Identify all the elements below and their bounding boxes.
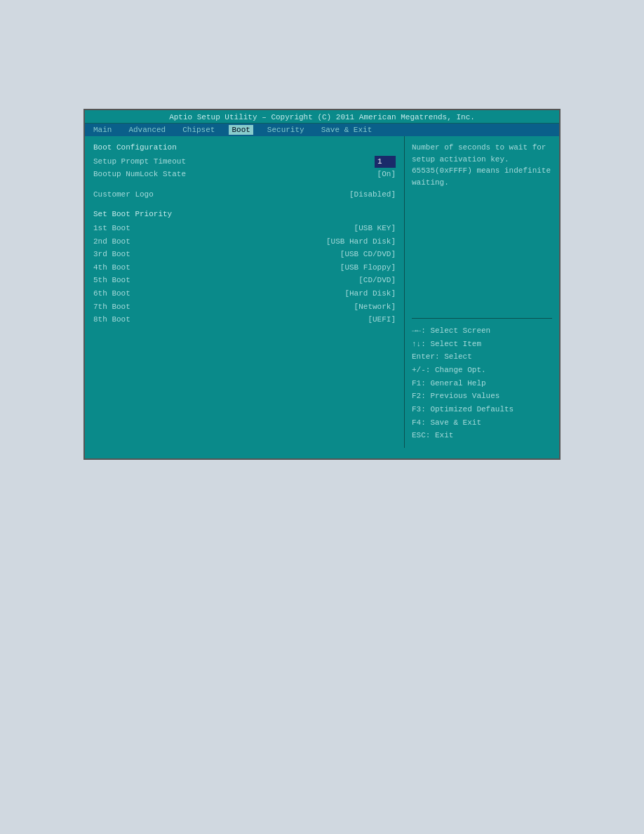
- boot-6th-label: 6th Boot: [93, 288, 130, 300]
- setup-prompt-timeout-value[interactable]: 1: [375, 156, 396, 168]
- menu-advanced[interactable]: Advanced: [126, 125, 168, 135]
- customer-logo-value[interactable]: [Disabled]: [349, 189, 396, 201]
- setup-prompt-timeout-row: Setup Prompt Timeout 1: [93, 156, 396, 168]
- bootup-numlock-value[interactable]: [On]: [377, 168, 396, 181]
- key-hint-1: ↑↓: Select Item: [412, 338, 552, 351]
- boot-8th-value[interactable]: [UEFI]: [368, 314, 396, 326]
- key-hint-0: →←: Select Screen: [412, 324, 552, 338]
- boot-1st-row: 1st Boot [USB KEY]: [93, 223, 396, 235]
- bootup-numlock-label: Bootup NumLock State: [93, 168, 186, 181]
- bootup-numlock-row: Bootup NumLock State [On]: [93, 168, 396, 181]
- menu-save-exit[interactable]: Save & Exit: [318, 125, 375, 135]
- boot-5th-value[interactable]: [CD/DVD]: [358, 274, 396, 287]
- set-boot-priority-header: Set Boot Priority: [93, 208, 396, 221]
- title-bar: Aptio Setup Utility – Copyright (C) 2011…: [85, 110, 559, 124]
- menu-main[interactable]: Main: [90, 125, 114, 135]
- boot-7th-label: 7th Boot: [93, 301, 130, 314]
- key-hint-8: ESC: Exit: [412, 429, 552, 442]
- boot-3rd-label: 3rd Boot: [93, 249, 130, 261]
- left-panel: Boot Configuration Setup Prompt Timeout …: [85, 136, 405, 448]
- key-hint-4: F1: General Help: [412, 377, 552, 390]
- boot-3rd-row: 3rd Boot [USB CD/DVD]: [93, 249, 396, 261]
- boot-4th-value[interactable]: [USB Floppy]: [340, 262, 396, 274]
- setup-prompt-timeout-label: Setup Prompt Timeout: [93, 156, 186, 168]
- boot-8th-label: 8th Boot: [93, 314, 130, 326]
- boot-4th-label: 4th Boot: [93, 262, 130, 274]
- boot-8th-row: 8th Boot [UEFI]: [93, 314, 396, 326]
- key-help-section: →←: Select Screen ↑↓: Select Item Enter:…: [412, 324, 552, 442]
- key-hint-3: +/-: Change Opt.: [412, 364, 552, 377]
- menu-boot[interactable]: Boot: [229, 125, 253, 135]
- help-text: Number of seconds to wait for setup acti…: [412, 142, 552, 319]
- content-area: Boot Configuration Setup Prompt Timeout …: [85, 136, 559, 448]
- boot-6th-row: 6th Boot [Hard Disk]: [93, 288, 396, 300]
- boot-5th-label: 5th Boot: [93, 274, 130, 287]
- menu-security[interactable]: Security: [264, 125, 307, 135]
- boot-5th-row: 5th Boot [CD/DVD]: [93, 274, 396, 287]
- key-hint-2: Enter: Select: [412, 350, 552, 364]
- bios-title: Aptio Setup Utility – Copyright (C) 2011…: [169, 113, 475, 121]
- key-hint-7: F4: Save & Exit: [412, 416, 552, 430]
- customer-logo-row: Customer Logo [Disabled]: [93, 189, 396, 201]
- boot-2nd-label: 2nd Boot: [93, 236, 130, 249]
- boot-6th-value[interactable]: [Hard Disk]: [344, 288, 396, 300]
- right-panel: Number of seconds to wait for setup acti…: [405, 136, 559, 448]
- boot-7th-value[interactable]: [Network]: [354, 301, 396, 314]
- customer-logo-label: Customer Logo: [93, 189, 154, 201]
- boot-7th-row: 7th Boot [Network]: [93, 301, 396, 314]
- boot-2nd-value[interactable]: [USB Hard Disk]: [326, 236, 396, 249]
- menu-bar: Main Advanced Chipset Boot Security Save…: [85, 124, 559, 136]
- boot-configuration-header: Boot Configuration: [93, 142, 396, 154]
- boot-3rd-value[interactable]: [USB CD/DVD]: [340, 249, 396, 261]
- menu-chipset[interactable]: Chipset: [180, 125, 217, 135]
- boot-2nd-row: 2nd Boot [USB Hard Disk]: [93, 236, 396, 249]
- boot-1st-label: 1st Boot: [93, 223, 130, 235]
- key-hint-5: F2: Previous Values: [412, 390, 552, 403]
- key-hint-6: F3: Optimized Defaults: [412, 403, 552, 416]
- boot-4th-row: 4th Boot [USB Floppy]: [93, 262, 396, 274]
- boot-1st-value[interactable]: [USB KEY]: [354, 223, 396, 235]
- bios-screen: manualshiv.com Aptio Setup Utility – Cop…: [83, 109, 561, 460]
